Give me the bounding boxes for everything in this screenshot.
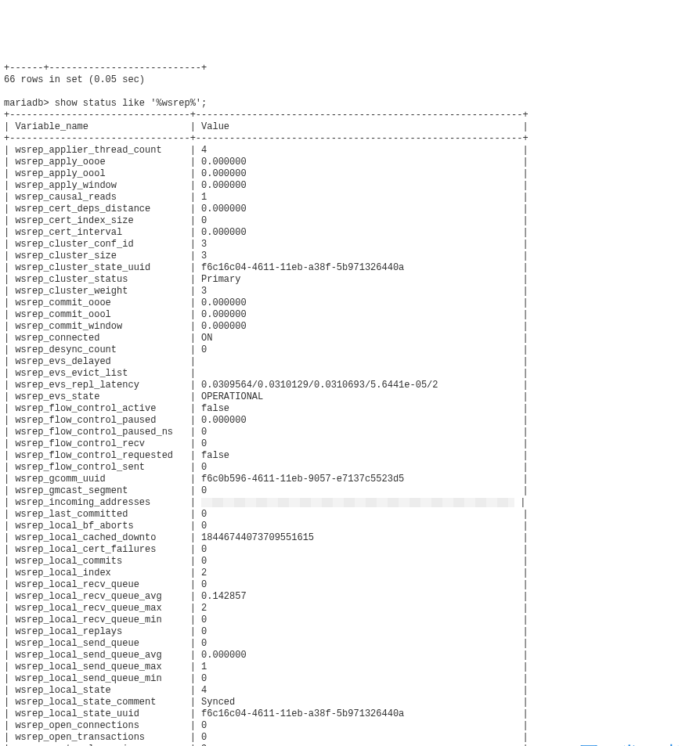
sql-prompt-line: mariadb> show status like '%wsrep%'; — [4, 98, 207, 109]
watermark-cn: 开 发 者 — [579, 741, 690, 746]
redacted-value — [201, 498, 514, 507]
table-border: +--------------------------------+------… — [4, 133, 529, 144]
rows-summary: 66 rows in set (0.05 sec) — [4, 74, 145, 85]
table-border: +--------------------------------+------… — [4, 110, 529, 121]
table-header-row: | Variable_name | Value | — [4, 121, 529, 132]
table-body: | wsrep_applier_thread_count | 4 | | wsr… — [4, 145, 529, 746]
terminal-output: +------+---------------------------+ 66 … — [4, 51, 696, 746]
border-line: +------+---------------------------+ — [4, 63, 207, 74]
watermark: https://bl 开 发 者 DevZe.CoM — [579, 706, 690, 746]
